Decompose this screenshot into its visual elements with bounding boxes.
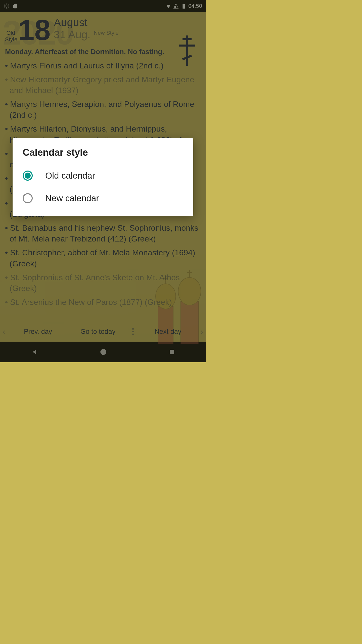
calendar-style-dialog: Calendar style Old calendar New calendar xyxy=(13,138,193,216)
radio-label: Old calendar xyxy=(45,171,95,181)
radio-button-unchecked-icon xyxy=(23,193,33,203)
radio-label: New calendar xyxy=(45,193,99,203)
radio-option-new-calendar[interactable]: New calendar xyxy=(23,189,183,207)
dialog-title: Calendar style xyxy=(23,147,183,158)
radio-option-old-calendar[interactable]: Old calendar xyxy=(23,167,183,184)
radio-button-checked-icon xyxy=(23,171,33,181)
